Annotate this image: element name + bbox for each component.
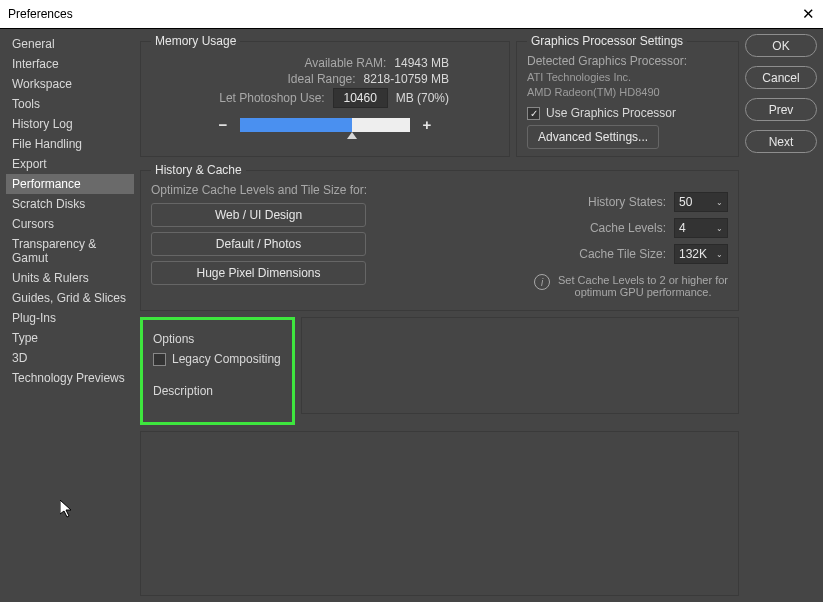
ok-button[interactable]: OK	[745, 34, 817, 57]
gpu-vendor: ATI Technologies Inc.	[527, 71, 728, 83]
sidebar-item-technology-previews[interactable]: Technology Previews	[6, 368, 134, 388]
description-section	[301, 317, 739, 414]
sidebar-item-interface[interactable]: Interface	[6, 54, 134, 74]
sidebar-item-history-log[interactable]: History Log	[6, 114, 134, 134]
advanced-settings-button[interactable]: Advanced Settings...	[527, 125, 659, 149]
info-icon: i	[534, 274, 550, 290]
cache-note: Set Cache Levels to 2 or higher for opti…	[558, 274, 728, 298]
memory-minus-button[interactable]: −	[216, 116, 230, 133]
sidebar-item-3d[interactable]: 3D	[6, 348, 134, 368]
history-cache-title: History & Cache	[151, 163, 246, 177]
use-gpu-label: Use Graphics Processor	[546, 106, 676, 120]
optimize-label: Optimize Cache Levels and Tile Size for:	[151, 183, 386, 197]
slider-pointer-icon[interactable]	[347, 132, 357, 139]
sidebar-item-general[interactable]: General	[6, 34, 134, 54]
sidebar-item-guides-grid-slices[interactable]: Guides, Grid & Slices	[6, 288, 134, 308]
options-title: Options	[153, 332, 282, 346]
ideal-range-label: Ideal Range:	[288, 72, 356, 86]
titlebar: Preferences ✕	[0, 0, 823, 28]
memory-usage-title: Memory Usage	[151, 34, 240, 48]
memory-plus-button[interactable]: +	[420, 116, 434, 133]
memory-use-suffix: MB (70%)	[396, 91, 449, 105]
use-gpu-checkbox[interactable]: ✓	[527, 107, 540, 120]
prev-button[interactable]: Prev	[745, 98, 817, 121]
cancel-button[interactable]: Cancel	[745, 66, 817, 89]
sidebar-item-plug-ins[interactable]: Plug-Ins	[6, 308, 134, 328]
sidebar-item-export[interactable]: Export	[6, 154, 134, 174]
legacy-compositing-label: Legacy Compositing	[172, 352, 281, 366]
close-icon[interactable]: ✕	[802, 5, 815, 23]
next-button[interactable]: Next	[745, 130, 817, 153]
history-states-select[interactable]: 50 ⌄	[674, 192, 728, 212]
available-ram-label: Available RAM:	[304, 56, 386, 70]
sidebar-item-workspace[interactable]: Workspace	[6, 74, 134, 94]
memory-slider[interactable]	[240, 118, 410, 132]
memory-usage-section: Memory Usage Available RAM: 14943 MB Ide…	[140, 34, 510, 157]
cache-levels-label: Cache Levels:	[590, 221, 666, 235]
default-photos-button[interactable]: Default / Photos	[151, 232, 366, 256]
sidebar-item-tools[interactable]: Tools	[6, 94, 134, 114]
graphics-processor-section: Graphics Processor Settings Detected Gra…	[516, 34, 739, 157]
chevron-down-icon: ⌄	[716, 250, 723, 259]
cache-tile-size-select[interactable]: 132K ⌄	[674, 244, 728, 264]
sidebar-item-scratch-disks[interactable]: Scratch Disks	[6, 194, 134, 214]
dialog-buttons: OK Cancel Prev Next	[745, 34, 817, 157]
window-title: Preferences	[8, 7, 73, 21]
cache-levels-select[interactable]: 4 ⌄	[674, 218, 728, 238]
sidebar-item-file-handling[interactable]: File Handling	[6, 134, 134, 154]
web-ui-design-button[interactable]: Web / UI Design	[151, 203, 366, 227]
detected-gpu-label: Detected Graphics Processor:	[527, 54, 728, 68]
sidebar-item-cursors[interactable]: Cursors	[6, 214, 134, 234]
chevron-down-icon: ⌄	[716, 198, 723, 207]
legacy-compositing-checkbox[interactable]	[153, 353, 166, 366]
description-title: Description	[153, 384, 282, 398]
chevron-down-icon: ⌄	[716, 224, 723, 233]
gpu-model: AMD Radeon(TM) HD8490	[527, 86, 728, 98]
sidebar: General Interface Workspace Tools Histor…	[6, 34, 134, 596]
let-photoshop-use-label: Let Photoshop Use:	[219, 91, 324, 105]
ideal-range-value: 8218-10759 MB	[364, 72, 449, 86]
sidebar-item-units-rulers[interactable]: Units & Rulers	[6, 268, 134, 288]
sidebar-item-performance[interactable]: Performance	[6, 174, 134, 194]
gpu-title: Graphics Processor Settings	[527, 34, 687, 48]
huge-pixel-button[interactable]: Huge Pixel Dimensions	[151, 261, 366, 285]
history-cache-section: History & Cache Optimize Cache Levels an…	[140, 163, 739, 311]
available-ram-value: 14943 MB	[394, 56, 449, 70]
options-section: Options Legacy Compositing Description	[140, 317, 295, 425]
sidebar-item-type[interactable]: Type	[6, 328, 134, 348]
memory-use-input[interactable]	[333, 88, 388, 108]
cache-tile-size-label: Cache Tile Size:	[579, 247, 666, 261]
sidebar-item-transparency-gamut[interactable]: Transparency & Gamut	[6, 234, 134, 268]
history-states-label: History States:	[588, 195, 666, 209]
empty-section	[140, 431, 739, 596]
